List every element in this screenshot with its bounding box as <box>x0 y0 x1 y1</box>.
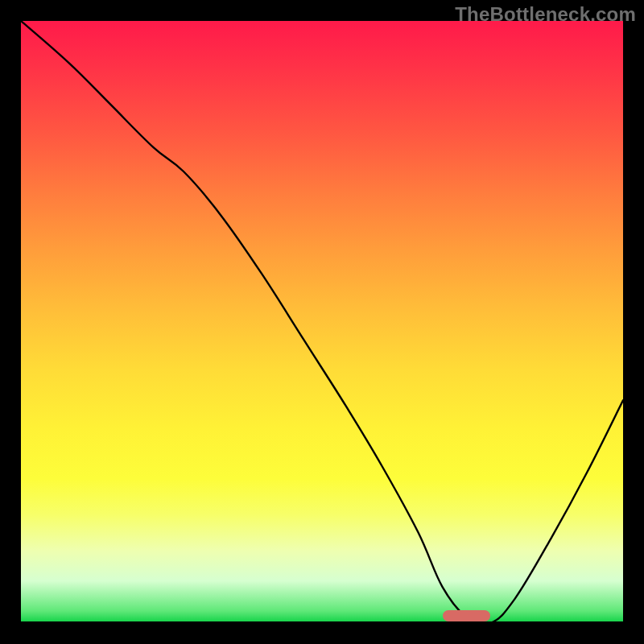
bottleneck-curve <box>21 21 623 623</box>
baseline <box>21 621 623 623</box>
curve-path <box>21 21 623 623</box>
minimum-marker <box>443 610 491 621</box>
chart-frame: TheBottleneck.com <box>0 0 644 644</box>
plot-area <box>21 21 623 623</box>
watermark-text: TheBottleneck.com <box>455 3 636 26</box>
